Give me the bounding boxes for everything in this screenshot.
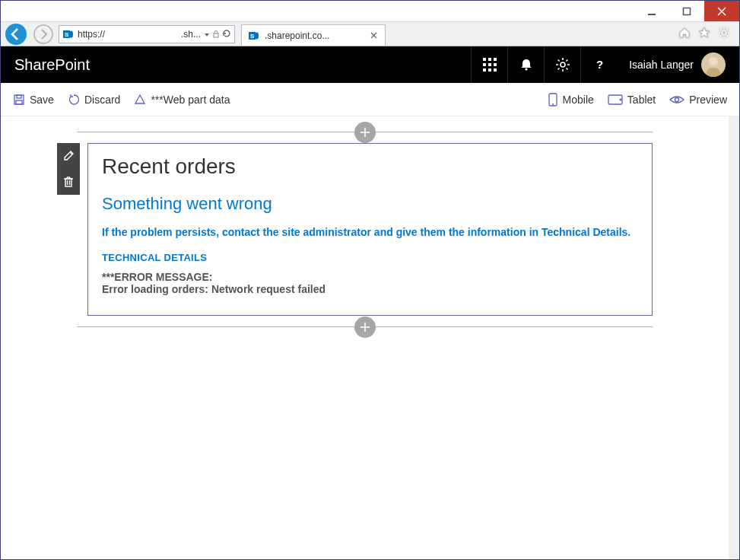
svg-rect-39 <box>16 100 22 104</box>
favorites-icon[interactable] <box>698 27 710 42</box>
technical-details-label[interactable]: TECHNICAL DETAILS <box>102 252 638 263</box>
svg-point-43 <box>620 99 621 100</box>
notifications-button[interactable] <box>507 46 544 83</box>
window-minimize-button[interactable] <box>634 1 669 21</box>
suite-bar: SharePoint ? Isaiah Langer <box>1 46 739 83</box>
svg-line-20 <box>720 35 721 36</box>
user-menu[interactable]: Isaiah Langer <box>617 52 726 77</box>
help-button[interactable]: ? <box>580 46 617 83</box>
edit-webpart-button[interactable] <box>57 143 80 169</box>
settings-button[interactable] <box>544 46 580 83</box>
svg-rect-24 <box>494 58 497 61</box>
error-subtext: If the problem persists, contact the sit… <box>102 226 638 238</box>
svg-line-21 <box>727 29 728 30</box>
svg-rect-28 <box>483 68 486 72</box>
webpart-body[interactable]: Recent orders Something went wrong If th… <box>87 143 653 316</box>
add-section-button[interactable] <box>354 122 376 143</box>
svg-rect-38 <box>17 95 21 98</box>
svg-rect-27 <box>494 63 497 66</box>
error-heading: Something went wrong <box>102 194 638 214</box>
svg-rect-22 <box>483 58 486 61</box>
window-titlebar <box>1 1 739 22</box>
browser-back-button[interactable] <box>4 22 28 46</box>
delete-webpart-button[interactable] <box>57 169 80 195</box>
mobile-button[interactable]: Mobile <box>548 93 594 107</box>
preview-label: Preview <box>689 94 727 106</box>
command-bar: Save Discard ***Web part data Mobile Tab… <box>1 83 739 116</box>
browser-address-bar[interactable]: S https:// .sh... <box>59 25 235 43</box>
suite-title: SharePoint <box>14 56 90 74</box>
browser-toolbar: S https:// .sh... S .sharepoint.co... <box>1 22 739 46</box>
tab-title: .sharepoint.co... <box>265 30 364 41</box>
tablet-button[interactable]: Tablet <box>608 94 656 106</box>
svg-point-44 <box>675 97 679 101</box>
webpart-data-button[interactable]: ***Web part data <box>134 94 230 106</box>
refresh-icon[interactable] <box>222 27 231 41</box>
window-close-button[interactable] <box>704 1 739 21</box>
svg-text:S: S <box>65 31 69 38</box>
sharepoint-favicon-icon: S <box>62 28 75 40</box>
save-button[interactable]: Save <box>13 94 54 106</box>
svg-rect-1 <box>684 8 691 14</box>
lock-icon <box>212 27 220 41</box>
address-host: .sh... <box>181 29 201 40</box>
svg-rect-30 <box>494 68 497 72</box>
svg-point-4 <box>5 24 27 45</box>
discard-button[interactable]: Discard <box>68 94 120 106</box>
svg-point-5 <box>34 25 52 43</box>
discard-label: Discard <box>84 94 120 106</box>
user-avatar <box>701 52 726 77</box>
home-icon[interactable] <box>678 27 691 42</box>
svg-line-18 <box>720 29 721 30</box>
svg-point-13 <box>722 30 726 35</box>
address-url: https:// <box>78 29 178 40</box>
error-message-label: ***ERROR MESSAGE: <box>102 271 638 283</box>
app-launcher-button[interactable] <box>471 46 507 83</box>
dropdown-icon[interactable] <box>204 27 210 41</box>
svg-rect-29 <box>488 68 491 72</box>
window-maximize-button[interactable] <box>669 1 704 21</box>
webpart-title: Recent orders <box>102 154 638 179</box>
svg-point-32 <box>561 62 565 67</box>
browser-forward-button[interactable] <box>31 22 56 46</box>
tablet-label: Tablet <box>627 94 656 106</box>
mobile-label: Mobile <box>563 94 594 106</box>
section-divider <box>77 132 653 132</box>
svg-rect-26 <box>488 63 491 66</box>
error-message-text: Error loading orders: Network request fa… <box>102 283 638 295</box>
svg-text:?: ? <box>596 58 603 71</box>
svg-text:S: S <box>250 33 255 40</box>
save-label: Save <box>30 94 54 106</box>
tab-close-button[interactable] <box>368 30 379 41</box>
svg-rect-8 <box>214 33 218 37</box>
svg-rect-48 <box>65 179 71 186</box>
webpart-toolbar <box>57 143 80 316</box>
preview-button[interactable]: Preview <box>669 94 727 106</box>
svg-line-19 <box>727 35 728 36</box>
svg-rect-23 <box>488 58 491 61</box>
user-name: Isaiah Langer <box>629 59 694 71</box>
svg-point-36 <box>710 57 717 65</box>
svg-rect-25 <box>483 63 486 66</box>
svg-point-31 <box>525 68 527 70</box>
add-section-button[interactable] <box>354 317 376 338</box>
webpart-data-label: ***Web part data <box>151 94 230 106</box>
browser-tab[interactable]: S .sharepoint.co... <box>241 24 386 46</box>
tools-icon[interactable] <box>718 27 730 42</box>
editor-canvas: Recent orders Something went wrong If th… <box>1 116 729 327</box>
sharepoint-favicon-icon: S <box>248 30 260 42</box>
section-divider <box>77 326 653 327</box>
